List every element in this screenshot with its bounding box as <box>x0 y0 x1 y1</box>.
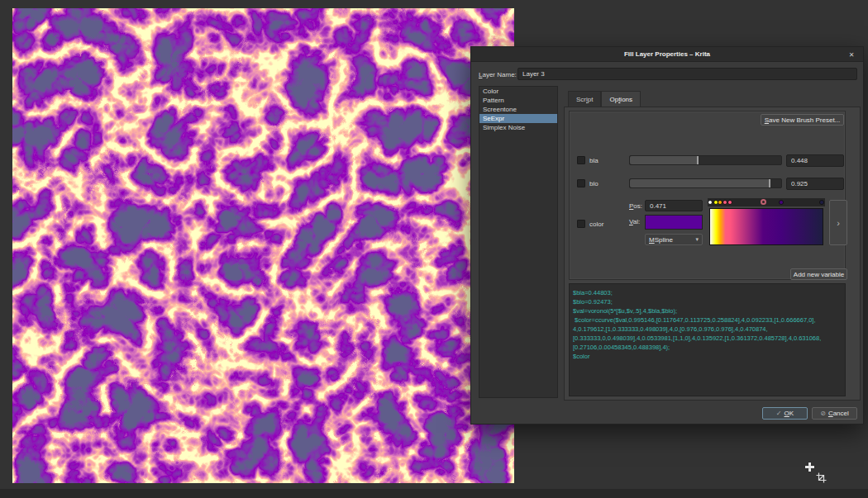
layer-name-label: Layer Name: <box>479 71 517 78</box>
chevron-right-icon: › <box>837 218 840 228</box>
bottom-scroll-track[interactable] <box>0 489 868 498</box>
slider-handle[interactable] <box>697 156 699 164</box>
color-swatch[interactable] <box>645 215 703 230</box>
list-item-color[interactable]: Color <box>479 87 557 96</box>
krita-window: Fill Layer Properties – Krita ✕ Layer Na… <box>0 0 868 498</box>
color-checkbox[interactable] <box>577 220 585 228</box>
variable-value-blo[interactable] <box>786 178 844 190</box>
dialog-title: Fill Layer Properties – Krita <box>624 50 710 58</box>
voronoi-plasma-texture <box>12 8 514 483</box>
cancel-label: Cancel <box>828 410 849 417</box>
add-variable-button[interactable]: Add new variable <box>790 268 847 280</box>
fill-layer-properties-dialog: Fill Layer Properties – Krita ✕ Layer Na… <box>470 46 864 424</box>
options-tab-pane: Save New Brush Preset... blablo color Po… <box>564 107 861 401</box>
variable-value-bla[interactable] <box>786 154 844 167</box>
slider-handle[interactable] <box>769 179 770 187</box>
crop-tool-cursor-icon <box>816 472 827 483</box>
val-label: Val: <box>629 218 640 225</box>
variable-slider-blo[interactable] <box>629 178 782 188</box>
save-brush-preset-button[interactable]: Save New Brush Preset... <box>761 114 844 126</box>
gradient-stop-marker-6[interactable] <box>779 200 784 205</box>
tab-options[interactable]: Options <box>601 91 641 107</box>
pos-label: Pos: <box>629 202 642 210</box>
variable-name-blo: blo <box>589 180 599 187</box>
pos-input[interactable] <box>645 200 703 211</box>
code-line-4: 4,0.179612,[1,0.333333,0.498039],4,0,[0.… <box>573 325 842 334</box>
move-cursor-icon <box>805 462 814 472</box>
code-line-1: $blo=0.92473; <box>573 297 842 306</box>
interpolation-dropdown[interactable]: MSpline ▾ <box>645 234 703 245</box>
gradient-stop-marker-5[interactable] <box>761 199 766 205</box>
interpolation-value: MSpline <box>649 236 695 244</box>
list-item-screentone[interactable]: Screentone <box>479 105 557 114</box>
color-variable-name: color <box>589 221 603 228</box>
slider-fill <box>630 156 698 164</box>
generator-list[interactable]: ColorPatternScreentoneSeExprSimplex Nois… <box>479 86 558 398</box>
code-line-6: [0.27106,0.00458345,0.488398],4); <box>573 343 842 352</box>
code-line-3: $color=ccurve($val,0.995146,[0.117647,0.… <box>573 315 842 325</box>
ok-label: OK <box>785 410 794 417</box>
gradient-stop-marker-4[interactable] <box>727 200 732 205</box>
layer-name-input[interactable] <box>517 68 857 80</box>
variables-group: Save New Brush Preset... blablo color Po… <box>569 111 846 280</box>
variable-slider-bla[interactable] <box>629 155 782 165</box>
slider-fill <box>630 179 770 187</box>
gradient-stop-marker-0[interactable] <box>708 200 713 205</box>
code-line-7: $color <box>573 352 842 361</box>
gradient-editor <box>708 198 825 246</box>
gradient-preview[interactable] <box>709 208 823 245</box>
cancel-circle-icon: ⊘ <box>820 410 826 417</box>
check-icon: ✓ <box>776 410 782 417</box>
variable-name-bla: bla <box>589 157 599 164</box>
tab-bar: ScriptOptions <box>568 91 641 107</box>
canvas[interactable] <box>12 8 514 483</box>
dialog-titlebar[interactable]: Fill Layer Properties – Krita ✕ <box>471 47 863 62</box>
gradient-expand-button[interactable]: › <box>829 200 847 245</box>
variable-row-blo: blo <box>570 178 866 190</box>
list-item-simplex-noise[interactable]: Simplex Noise <box>479 123 557 132</box>
cancel-button[interactable]: ⊘ Cancel <box>812 407 857 420</box>
seexpr-script-editor[interactable]: $bla=0.44803;$blo=0.92473;$val=voronoi(5… <box>569 283 846 396</box>
gradient-stop-marker-7[interactable] <box>819 200 824 205</box>
variable-checkbox-blo[interactable] <box>577 179 585 187</box>
tab-script[interactable]: Script <box>568 91 601 107</box>
code-line-2: $val=voronoi(5*[$u,$v,.5],4,$bla,$blo); <box>573 306 842 315</box>
close-icon: ✕ <box>849 51 855 59</box>
variable-checkbox-bla[interactable] <box>577 156 585 164</box>
list-item-seexpr[interactable]: SeExpr <box>479 114 557 123</box>
code-line-5: [0.333333,0,0.498039],4,0.0533981,[1,1,0… <box>573 334 842 343</box>
variable-row-bla: bla <box>570 154 866 167</box>
gradient-stop-strip[interactable] <box>708 198 825 206</box>
ok-button[interactable]: ✓ OK <box>762 407 808 420</box>
chevron-down-icon: ▾ <box>695 236 699 243</box>
color-variable-row: color Pos: Val: MSpline ▾ › <box>570 197 866 248</box>
list-item-pattern[interactable]: Pattern <box>479 96 557 105</box>
close-button[interactable]: ✕ <box>847 50 856 59</box>
code-line-0: $bla=0.44803; <box>573 288 842 297</box>
